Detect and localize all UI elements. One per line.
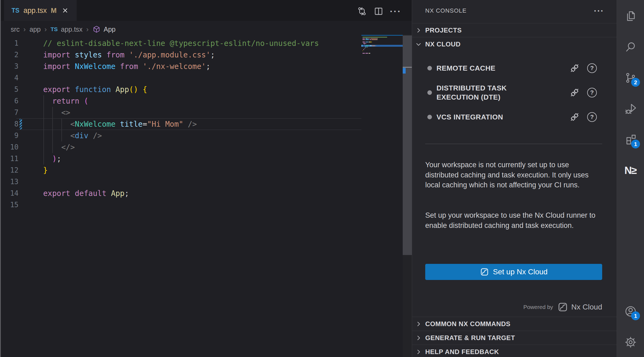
chevron-right-icon: ›: [23, 25, 26, 34]
editor-actions: ···: [357, 6, 401, 17]
minimap-code-bar: [368, 38, 370, 39]
section-nx-cloud[interactable]: NX CLOUD: [412, 37, 617, 51]
minimap-code-bar: [362, 39, 365, 40]
minimap-code-bar: [365, 38, 368, 39]
line-number: 4: [1, 72, 18, 84]
nx-cloud-feature-row: DISTRIBUTED TASK EXECUTION (DTE)?: [412, 79, 617, 106]
code-text: import NxWelcome from './nx-welcome';: [43, 61, 210, 72]
breadcrumb-file[interactable]: app.tsx: [61, 26, 83, 33]
powered-by-row: Powered by Nx Cloud: [523, 301, 602, 313]
more-actions-icon[interactable]: ···: [390, 6, 401, 17]
chevron-right-icon: [415, 348, 423, 356]
code-line[interactable]: 12}: [1, 165, 361, 176]
line-number: 8: [1, 118, 18, 130]
code-line[interactable]: 11 );: [1, 153, 361, 165]
tab-app-tsx[interactable]: TS app.tsx M: [4, 0, 77, 21]
nx-console-panel: NX CONSOLE ··· PROJECTS NX CLOUD REMOTE …: [412, 0, 617, 357]
setup-button-label: Set up Nx Cloud: [493, 268, 548, 276]
search-icon[interactable]: [624, 41, 637, 53]
breadcrumb-symbol[interactable]: App: [104, 26, 116, 33]
feature-label: REMOTE CACHE: [436, 64, 495, 73]
indent-guide: [43, 95, 44, 165]
setup-instruction-text: Set up your workspace to use the Nx Clou…: [425, 210, 602, 231]
connect-icon[interactable]: [569, 111, 580, 123]
source-control-icon[interactable]: 2: [624, 72, 637, 84]
chevron-right-icon: ›: [45, 25, 47, 34]
accounts-icon[interactable]: 1: [624, 305, 637, 318]
panel-title: NX CONSOLE: [425, 5, 467, 17]
breadcrumb-dir[interactable]: src: [11, 26, 20, 33]
breadcrumb-dir[interactable]: app: [29, 26, 41, 33]
setup-nx-cloud-button[interactable]: Set up Nx Cloud: [425, 264, 602, 280]
minimap-code-bar: [365, 45, 369, 46]
line-number: 6: [1, 95, 18, 107]
code-line[interactable]: 7 <>: [1, 107, 361, 118]
nx-cloud-logo-icon: [480, 267, 489, 276]
code-line[interactable]: 6 return (: [1, 95, 361, 107]
editor-scrollbar[interactable]: [403, 34, 412, 357]
activity-bar: 21N≥1: [617, 0, 644, 357]
extensions-icon[interactable]: 1: [624, 133, 637, 146]
help-icon[interactable]: ?: [587, 88, 597, 97]
workspace-status-text: Your workspace is not currently set up t…: [425, 160, 602, 190]
code-line[interactable]: 10 </>: [1, 141, 361, 153]
code-text: <>: [43, 107, 70, 118]
chevron-right-icon: [415, 26, 423, 34]
code-line[interactable]: 1// eslint-disable-next-line @typescript…: [1, 38, 361, 49]
code-line[interactable]: 3import NxWelcome from './nx-welcome';: [1, 61, 361, 72]
code-line[interactable]: 4: [1, 72, 361, 84]
minimap-code-bar: [365, 47, 367, 48]
run-and-debug-icon[interactable]: [624, 103, 637, 115]
section-label: PROJECTS: [425, 27, 462, 34]
minimap-code-bar: [370, 53, 370, 54]
badge-count: 2: [631, 78, 640, 87]
line-number: 12: [1, 165, 18, 176]
minimap-code-bar: [367, 47, 368, 48]
help-icon[interactable]: ?: [587, 112, 597, 122]
minimap-code-bar: [369, 45, 372, 46]
panel-more-actions-icon[interactable]: ···: [594, 5, 604, 17]
code-line[interactable]: 9 <div />: [1, 130, 361, 141]
nx-cloud-brand: Nx Cloud: [571, 303, 602, 311]
minimap-code-bar: [370, 42, 371, 42]
code-line[interactable]: 13: [1, 176, 361, 188]
code-line[interactable]: 2import styles from './app.module.css';: [1, 49, 361, 61]
section-label: GENERATE & RUN TARGET: [425, 334, 515, 342]
typescript-badge: TS: [50, 26, 58, 32]
code-text: <NxWelcome title="Hi Mom" />: [43, 118, 197, 130]
overview-modified-marker: [403, 68, 406, 74]
code-text: );: [43, 153, 61, 165]
split-editor-icon[interactable]: [373, 6, 384, 17]
minimap-code-bar: [372, 45, 375, 46]
badge-count: 1: [631, 140, 640, 148]
code-line[interactable]: 8 <NxWelcome title="Hi Mom" />: [1, 118, 361, 130]
code-line[interactable]: 15: [1, 199, 361, 211]
minimap-code-bar: [377, 39, 377, 40]
nx-console-icon[interactable]: N≥: [624, 164, 637, 177]
section-common-nx-commands[interactable]: COMMON NX COMMANDS: [412, 317, 617, 331]
minimap-code-bar: [366, 43, 367, 44]
connect-icon[interactable]: [569, 63, 580, 74]
tab-filename: app.tsx: [23, 6, 47, 15]
minimap-code-bar: [362, 50, 363, 51]
connect-icon[interactable]: [569, 87, 580, 98]
breadcrumb[interactable]: src › app › TS app.tsx › App: [1, 21, 371, 37]
help-icon[interactable]: ?: [587, 63, 597, 73]
close-tab-icon[interactable]: [61, 6, 70, 15]
line-number: 7: [1, 107, 18, 118]
code-line[interactable]: 14export default App;: [1, 188, 361, 199]
section-generate-run-target[interactable]: GENERATE & RUN TARGET: [412, 331, 617, 345]
section-help-and-feedback[interactable]: HELP AND FEEDBACK: [412, 345, 617, 357]
minimap[interactable]: [361, 34, 403, 93]
minimap-code-bar: [375, 45, 376, 46]
settings-icon[interactable]: [624, 336, 637, 348]
code-line[interactable]: 5export function App() {: [1, 84, 361, 95]
explorer-icon[interactable]: [624, 10, 637, 22]
section-projects[interactable]: PROJECTS: [412, 23, 617, 37]
section-label: HELP AND FEEDBACK: [425, 348, 499, 356]
code-editor[interactable]: 1// eslint-disable-next-line @typescript…: [1, 38, 361, 211]
symbol-cube-icon: [92, 25, 101, 33]
line-number: 15: [1, 199, 18, 211]
open-changes-icon[interactable]: [357, 6, 367, 17]
code-text: return (: [43, 95, 88, 107]
